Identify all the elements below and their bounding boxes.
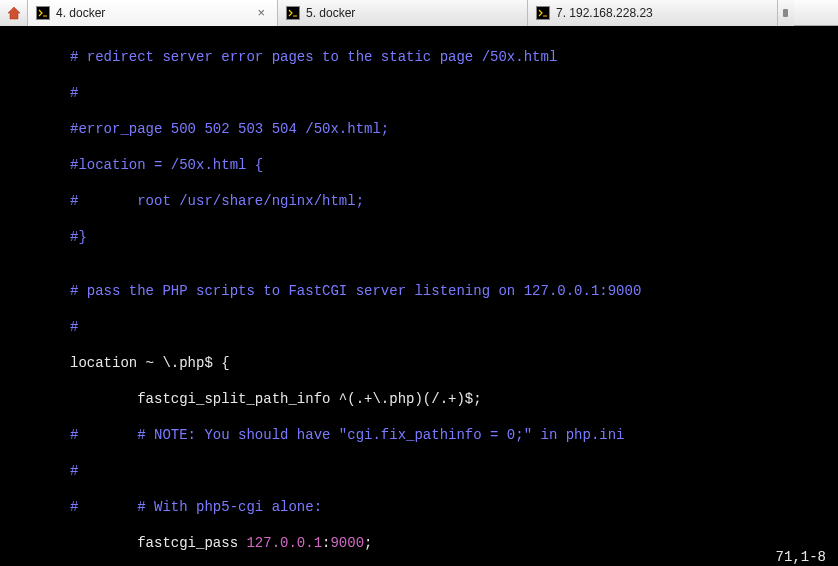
home-button[interactable]	[0, 0, 28, 26]
chevron-icon	[782, 7, 790, 19]
svg-rect-0	[783, 9, 788, 17]
scroll-right-button[interactable]	[778, 0, 794, 26]
code-line: #}	[0, 228, 838, 246]
code-line: # # NOTE: You should have "cgi.fix_pathi…	[0, 426, 838, 444]
code-line: fastcgi_pass 127.0.0.1:9000;	[0, 534, 838, 552]
tab-label: 4. docker	[56, 6, 253, 20]
tab-5-docker[interactable]: 5. docker	[278, 0, 528, 26]
tab-label: 7. 192.168.228.23	[556, 6, 769, 20]
code-line: # pass the PHP scripts to FastCGI server…	[0, 282, 838, 300]
code-line: fastcgi_split_path_info ^(.+\.php)(/.+)$…	[0, 390, 838, 408]
terminal-icon	[286, 6, 300, 20]
home-icon	[6, 5, 22, 21]
code-line: # # With php5-cgi alone:	[0, 498, 838, 516]
code-line: #	[0, 84, 838, 102]
tab-bar: 4. docker × 5. docker 7. 192.168.228.23	[0, 0, 838, 26]
code-line: #error_page 500 502 503 504 /50x.html;	[0, 120, 838, 138]
code-line: #	[0, 462, 838, 480]
code-line: #location = /50x.html {	[0, 156, 838, 174]
close-icon[interactable]: ×	[253, 5, 269, 20]
terminal-editor[interactable]: # redirect server error pages to the sta…	[0, 26, 838, 566]
code-line: # redirect server error pages to the sta…	[0, 48, 838, 66]
tab-7-ip[interactable]: 7. 192.168.228.23	[528, 0, 778, 26]
tab-label: 5. docker	[306, 6, 519, 20]
code-line: #	[0, 318, 838, 336]
terminal-icon	[536, 6, 550, 20]
terminal-icon	[36, 6, 50, 20]
code-line: # root /usr/share/nginx/html;	[0, 192, 838, 210]
code-line: location ~ \.php$ {	[0, 354, 838, 372]
tab-4-docker[interactable]: 4. docker ×	[28, 0, 278, 26]
vim-status: 71,1-8	[776, 548, 826, 566]
